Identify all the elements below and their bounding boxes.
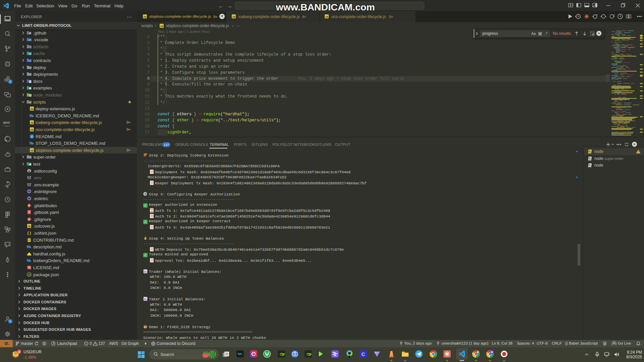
svg-text:JS: JS [325,15,328,18]
svg-text:M: M [27,245,30,249]
svg-text:M: M [27,259,30,262]
svg-text:C: C [362,351,365,357]
svg-text:JS: JS [30,149,34,152]
svg-text:JS: JS [30,121,34,124]
svg-text:JS: JS [30,128,34,131]
svg-text:M: M [491,351,493,354]
svg-text:$: $ [145,237,146,240]
svg-text:JS: JS [143,15,147,18]
svg-text:JS: JS [28,274,31,276]
svg-text:{}: {} [27,231,31,235]
svg-text:JS: JS [160,25,163,28]
svg-text:!: ! [638,150,639,154]
svg-text:3: 3 [18,350,20,354]
svg-text:JS: JS [30,108,34,111]
svg-text:JS: JS [232,15,235,18]
svg-text:M: M [30,141,32,145]
svg-text:JS: JS [28,225,31,228]
svg-text:M: M [30,114,32,118]
